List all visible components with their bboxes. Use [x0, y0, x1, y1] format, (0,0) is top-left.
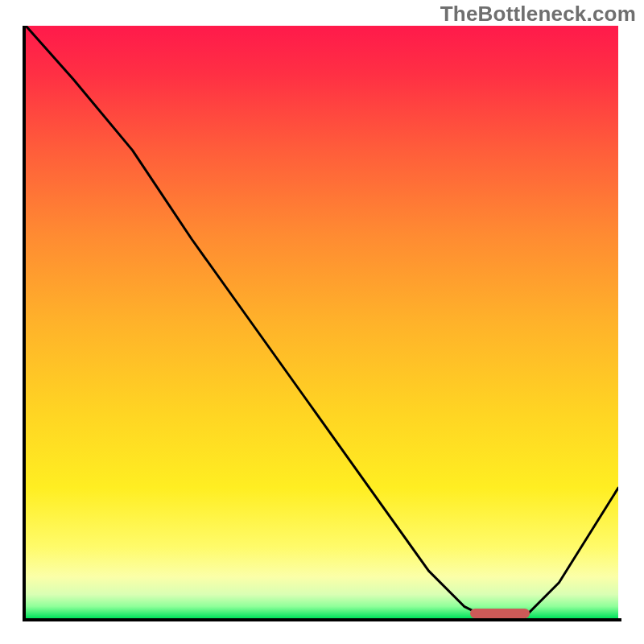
bottleneck-curve	[26, 26, 618, 618]
y-axis	[23, 26, 26, 621]
plot-area	[26, 26, 618, 618]
x-axis	[23, 618, 621, 621]
watermark-text: TheBottleneck.com	[440, 2, 636, 27]
optimal-range-marker	[470, 609, 530, 618]
